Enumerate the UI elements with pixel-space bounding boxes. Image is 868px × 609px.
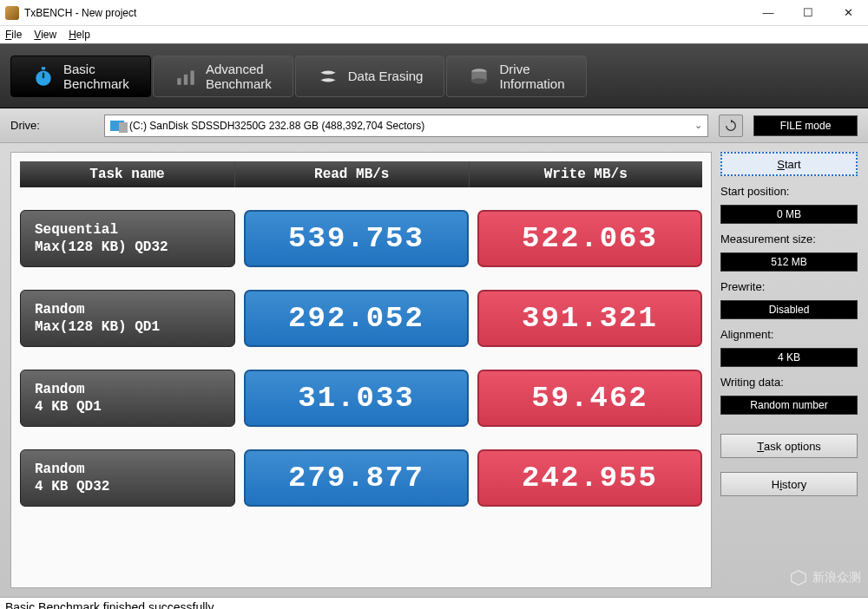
read-value: 31.033 [244,370,469,427]
main-area: Task name Read MB/s Write MB/s Sequentia… [0,143,868,597]
bars-icon [174,65,197,88]
close-button[interactable]: ✕ [828,0,868,26]
tab-label: Data Erasing [348,69,424,83]
statusbar: Basic Benchmark finished successfully. [0,597,868,609]
task-name-cell[interactable]: Random 4 KB QD1 [20,370,235,427]
svg-rect-3 [177,78,181,85]
filemode-button[interactable]: FILE mode [753,115,858,136]
status-text: Basic Benchmark finished successfully. [5,600,216,610]
erase-icon [317,65,339,88]
table-header: Task name Read MB/s Write MB/s [20,161,702,187]
table-row: Random 4 KB QD32 279.877 242.955 [20,449,702,507]
tab-label: Drive Information [499,62,564,91]
controls-panel: Start Start position: 0 MB Measurement s… [720,152,858,588]
tab-label: Advanced Benchmark [206,62,272,91]
drive-row: Drive: (C:) SanDisk SDSSDH3250G 232.88 G… [0,108,868,143]
refresh-button[interactable] [719,115,743,137]
refresh-icon [724,119,738,133]
prewrite-label: Prewrite: [720,280,858,293]
startpos-value[interactable]: 0 MB [720,205,858,224]
maximize-button[interactable]: ☐ [788,0,828,26]
write-value: 59.462 [477,370,702,427]
stopwatch-icon [32,65,55,88]
read-value: 539.753 [244,210,469,267]
header-write: Write MB/s [470,161,703,187]
titlebar: TxBENCH - New project — ☐ ✕ [0,0,868,26]
write-value: 522.063 [477,210,702,267]
watermark: 新浪众测 [790,569,861,586]
header-taskname: Task name [20,161,235,187]
write-value: 391.321 [477,290,702,347]
tab-label: Basic Benchmark [63,62,129,91]
startpos-label: Start position: [720,185,858,198]
tab-drive-information[interactable]: Drive Information [446,56,586,97]
chevron-down-icon: ⌄ [694,120,702,131]
task-name-cell[interactable]: Sequential Max(128 KB) QD32 [20,210,235,267]
svg-rect-1 [42,67,45,69]
table-row: Sequential Max(128 KB) QD32 539.753 522.… [20,210,702,267]
menu-file[interactable]: File [5,29,22,41]
alignment-label: Alignment: [720,328,858,341]
menu-help[interactable]: Help [69,29,90,41]
alignment-value[interactable]: 4 KB [720,348,858,367]
table-row: Random Max(128 KB) QD1 292.052 391.321 [20,290,702,347]
tab-basic-benchmark[interactable]: Basic Benchmark [10,56,151,97]
read-value: 292.052 [244,290,469,347]
meassize-value[interactable]: 512 MB [720,252,858,272]
tab-data-erasing[interactable]: Data Erasing [295,56,445,97]
header-read: Read MB/s [235,161,470,187]
task-name-cell[interactable]: Random 4 KB QD32 [20,449,235,507]
menubar: File View Help [0,26,868,43]
app-icon [5,6,19,20]
svg-rect-4 [184,74,187,84]
svg-rect-5 [190,70,194,84]
meassize-label: Measurement size: [720,232,858,246]
drive-label: Drive: [10,119,94,132]
drive-icon [468,65,490,88]
menu-view[interactable]: View [34,29,56,41]
minimize-button[interactable]: — [748,0,788,26]
tabbar: Basic Benchmark Advanced Benchmark Data … [0,43,868,108]
prewrite-value[interactable]: Disabled [720,300,858,319]
tab-advanced-benchmark[interactable]: Advanced Benchmark [153,56,293,97]
cube-icon [790,569,807,586]
write-value: 242.955 [477,449,702,507]
task-name-cell[interactable]: Random Max(128 KB) QD1 [20,290,235,347]
window-title: TxBENCH - New project [24,7,748,19]
disk-icon [110,121,124,131]
drive-select[interactable]: (C:) SanDisk SDSSDH3250G 232.88 GB (488,… [104,115,708,137]
read-value: 279.877 [244,449,469,507]
writingdata-label: Writing data: [720,376,858,389]
start-button[interactable]: Start [720,152,858,176]
table-row: Random 4 KB QD1 31.033 59.462 [20,370,702,427]
results-panel: Task name Read MB/s Write MB/s Sequentia… [10,152,712,588]
history-button[interactable]: History [720,472,858,496]
task-options-button[interactable]: Task options [720,434,858,458]
writingdata-value[interactable]: Random number [720,396,858,415]
drive-value: (C:) SanDisk SDSSDH3250G 232.88 GB (488,… [129,120,424,132]
svg-point-8 [472,78,487,84]
